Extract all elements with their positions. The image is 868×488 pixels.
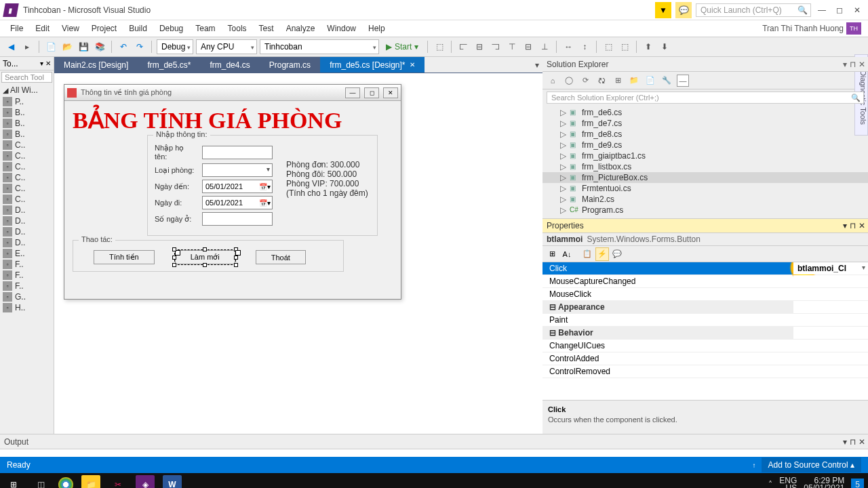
save-button[interactable]: 💾 bbox=[77, 40, 90, 54]
taskview-icon[interactable]: ◫ bbox=[31, 475, 50, 488]
menu-tools[interactable]: Tools bbox=[222, 22, 253, 35]
visualstudio-icon[interactable]: ◈ bbox=[136, 475, 155, 488]
forward-button[interactable]: ▸ bbox=[20, 40, 34, 54]
tree-item[interactable]: ▷▣Main2.cs bbox=[542, 194, 868, 205]
layout-icon[interactable]: ⬚ bbox=[433, 40, 446, 54]
menu-window[interactable]: Window bbox=[321, 22, 362, 35]
toolbox-item[interactable]: ▫E.. bbox=[0, 248, 54, 259]
winforms-designer[interactable]: Thông tin về tính giá phòng — ◻ ✕ BẢNG T… bbox=[64, 84, 401, 300]
form-min-button[interactable]: — bbox=[345, 87, 360, 98]
events-icon[interactable]: ⚡ bbox=[595, 247, 609, 261]
calc-button[interactable]: Tính tiền bbox=[94, 250, 155, 264]
properties-grid[interactable]: Clickbtlammoi_Cl▾MouseCaptureChangedMous… bbox=[542, 262, 868, 400]
pin-icon[interactable]: ⊓ bbox=[850, 437, 856, 447]
notification-icon[interactable]: 5 bbox=[851, 479, 864, 488]
tree-item[interactable]: ▷▣frm_de6.cs bbox=[542, 107, 868, 118]
categorized-icon[interactable]: ⊞ bbox=[545, 247, 559, 261]
toolbox-item[interactable]: ▫C.. bbox=[0, 172, 54, 183]
user-name[interactable]: Tran Thi Thanh Huong bbox=[762, 24, 844, 33]
open-button[interactable]: 📂 bbox=[60, 40, 74, 54]
config-dropdown[interactable]: Debug bbox=[157, 39, 193, 54]
toolbox-item[interactable]: ▫P.. bbox=[0, 96, 54, 107]
selected-control[interactable]: Làm mới bbox=[175, 250, 235, 264]
toolbox-item[interactable]: ▫G.. bbox=[0, 291, 54, 302]
panel-menu-icon[interactable]: ▾ bbox=[843, 437, 847, 447]
quick-launch-input[interactable]: Quick Launch (Ctrl+Q) 🔍 bbox=[696, 3, 811, 17]
menu-build[interactable]: Build bbox=[123, 22, 153, 35]
alphabetical-icon[interactable]: A↓ bbox=[560, 247, 574, 261]
toolbox-item[interactable]: ▫C.. bbox=[0, 194, 54, 205]
word-icon[interactable]: W bbox=[163, 475, 182, 488]
platform-dropdown[interactable]: Any CPU bbox=[196, 39, 257, 54]
tray-up-icon[interactable]: ˄ bbox=[768, 480, 772, 488]
property-row[interactable]: ControlAdded bbox=[542, 352, 868, 365]
collapse-icon[interactable]: ⊞ bbox=[612, 75, 624, 87]
feedback-icon[interactable]: 💬 bbox=[675, 2, 692, 18]
toolbox-item[interactable]: ▫F.. bbox=[0, 270, 54, 281]
tree-item[interactable]: ▷▣frm_de8.cs bbox=[542, 129, 868, 140]
room-dropdown[interactable] bbox=[202, 163, 273, 177]
property-row[interactable]: Paint bbox=[542, 314, 868, 327]
tree-item[interactable]: ▷▣frm_PictureBox.cs bbox=[542, 172, 868, 183]
pin-icon[interactable]: ⊓ bbox=[850, 221, 856, 230]
redo-button[interactable]: ↷ bbox=[133, 40, 146, 54]
minimize-button[interactable]: — bbox=[815, 3, 829, 17]
properties-object[interactable]: btlammoi System.Windows.Forms.Button bbox=[542, 233, 868, 246]
menu-team[interactable]: Team bbox=[189, 22, 221, 35]
toolbox-item[interactable]: ▫C.. bbox=[0, 183, 54, 194]
toolbox-item[interactable]: ▫B.. bbox=[0, 118, 54, 129]
refresh-icon[interactable]: 🗘 bbox=[595, 75, 608, 87]
tree-item[interactable]: ▷▣frm_de9.cs bbox=[542, 140, 868, 150]
toolbox-item[interactable]: ▫F.. bbox=[0, 281, 54, 291]
size-icon[interactable]: ⬚ bbox=[601, 40, 615, 54]
panel-menu-icon[interactable]: ▾ bbox=[843, 221, 847, 230]
order-icon[interactable]: ⬇ bbox=[658, 40, 671, 54]
close-icon[interactable]: ✕ bbox=[859, 60, 865, 69]
spacing-icon[interactable]: ↕ bbox=[578, 40, 591, 54]
undo-button[interactable]: ↶ bbox=[117, 40, 130, 54]
menu-test[interactable]: Test bbox=[253, 22, 280, 35]
tab-program[interactable]: Program.cs bbox=[260, 57, 320, 73]
align-icon[interactable]: ⊟ bbox=[473, 40, 486, 54]
days-input[interactable] bbox=[202, 212, 273, 226]
filter-icon[interactable]: ▼ bbox=[655, 2, 671, 18]
reset-button[interactable]: Làm mới bbox=[175, 250, 235, 264]
toolbox-item[interactable]: ▫H.. bbox=[0, 302, 54, 313]
tree-item[interactable]: ▷▣frm_de7.cs bbox=[542, 118, 868, 129]
source-control-button[interactable]: Add to Source Control ▴ bbox=[762, 458, 861, 472]
tab-frmde5[interactable]: frm_de5.cs* bbox=[138, 57, 200, 73]
tab-main2[interactable]: Main2.cs [Design] bbox=[54, 57, 138, 73]
name-input[interactable] bbox=[202, 146, 273, 159]
solution-search[interactable]: Search Solution Explorer (Ctrl+;) bbox=[547, 92, 864, 104]
snip-icon[interactable]: ✂ bbox=[108, 475, 127, 488]
property-row[interactable]: ControlRemoved bbox=[542, 365, 868, 378]
back-icon[interactable]: ◯ bbox=[563, 75, 575, 87]
startup-dropdown[interactable]: Tinhcoban bbox=[260, 39, 379, 54]
align-icon[interactable]: ⊟ bbox=[521, 40, 535, 54]
datein-picker[interactable]: 05/01/2021 bbox=[202, 180, 273, 193]
toolbox-search[interactable]: Search Tool bbox=[1, 72, 52, 83]
property-category[interactable]: ⊟ Behavior bbox=[542, 327, 868, 340]
new-button[interactable]: 📄 bbox=[44, 40, 58, 54]
property-row[interactable]: MouseCaptureChanged bbox=[542, 275, 868, 288]
tree-item[interactable]: ▷▣Frmtentuoi.cs bbox=[542, 183, 868, 194]
back-button[interactable]: ◀ bbox=[4, 40, 18, 54]
pin-icon[interactable]: ⊓ bbox=[850, 60, 856, 69]
menu-edit[interactable]: Edit bbox=[29, 22, 56, 35]
tab-dropdown[interactable]: ▾ bbox=[532, 57, 542, 73]
spacing-icon[interactable]: ↔ bbox=[561, 40, 575, 54]
toolbox-item[interactable]: ▫C.. bbox=[0, 161, 54, 172]
align-icon[interactable]: ⊤ bbox=[505, 40, 519, 54]
form-close-button[interactable]: ✕ bbox=[383, 87, 398, 98]
menu-file[interactable]: File bbox=[4, 22, 29, 35]
tab-frmde5design[interactable]: frm_de5.cs [Design]*✕ bbox=[320, 57, 424, 73]
toolbox-item[interactable]: ▫D.. bbox=[0, 205, 54, 216]
restore-button[interactable]: ◻ bbox=[833, 3, 846, 17]
tree-item[interactable]: ▷C#Program.cs bbox=[542, 205, 868, 216]
align-icon[interactable]: ⊥ bbox=[538, 40, 551, 54]
toolbox-item[interactable]: ▫B.. bbox=[0, 129, 54, 140]
menu-analyze[interactable]: Analyze bbox=[280, 22, 321, 35]
property-row[interactable]: ChangeUICues bbox=[542, 340, 868, 352]
toolbox-item[interactable]: ▫F.. bbox=[0, 259, 54, 270]
form-max-button[interactable]: ◻ bbox=[364, 87, 379, 98]
